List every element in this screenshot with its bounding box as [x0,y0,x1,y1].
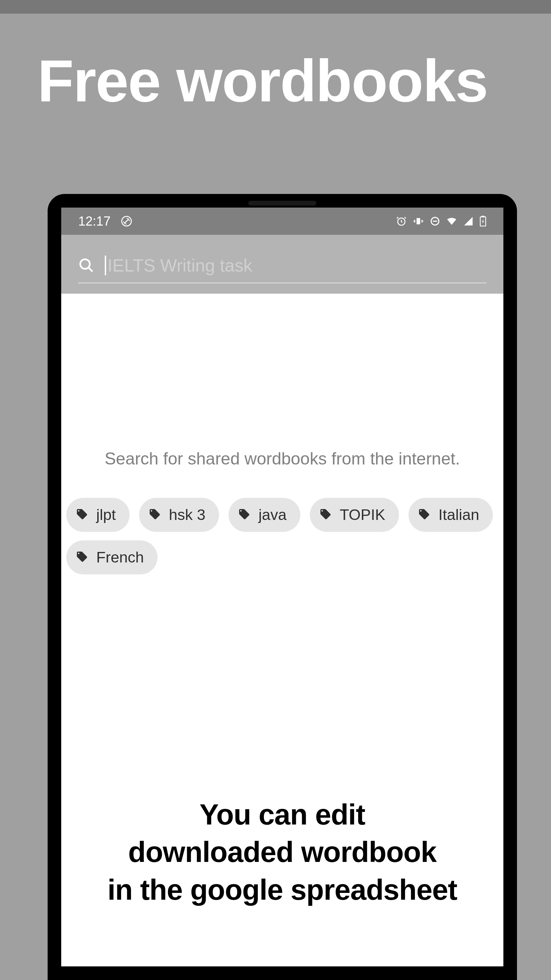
chip-hsk3[interactable]: hsk 3 [139,498,219,532]
tag-icon [76,550,88,564]
chip-italian[interactable]: Italian [408,498,493,532]
search-placeholder: IELTS Writing task [108,255,252,275]
chip-label: French [96,549,144,566]
chip-label: Italian [438,506,479,524]
chip-jlpt[interactable]: jlpt [66,498,130,532]
status-bar-right [396,216,486,227]
search-bar[interactable]: IELTS Writing task [78,255,486,283]
top-decoration-bar [0,0,551,14]
svg-point-6 [80,259,90,269]
promo-line-3: in the google spreadsheet [65,871,500,909]
chips-container: jlpt hsk 3 java [66,498,498,574]
tag-icon [418,508,430,522]
tag-icon [238,508,250,522]
status-bar: 12:17 [61,208,503,235]
status-bar-left: 12:17 [78,214,132,229]
alarm-icon [396,216,407,227]
content-subtitle: Search for shared wordbooks from the int… [66,447,498,471]
chip-topik[interactable]: TOPIK [310,498,399,532]
chip-java[interactable]: java [229,498,300,532]
promo-text: You can edit downloaded wordbook in the … [61,796,503,909]
phone-frame: 12:17 [48,194,517,980]
chip-label: jlpt [96,506,116,524]
tag-icon [76,508,88,522]
promo-line-2: downloaded wordbook [65,833,500,871]
phone-speaker [248,201,316,205]
content-area: Search for shared wordbooks from the int… [61,294,503,574]
chip-french[interactable]: French [66,540,157,574]
chip-label: java [259,506,287,524]
search-bar-container: IELTS Writing task [61,235,503,294]
tag-icon [319,508,332,522]
svg-rect-5 [482,216,484,217]
do-not-disturb-icon [430,216,440,226]
chip-label: hsk 3 [169,506,206,524]
search-input[interactable]: IELTS Writing task [105,255,486,275]
battery-charging-icon [480,216,486,227]
page-title: Free wordbooks [37,51,551,111]
status-time: 12:17 [78,214,111,229]
wifi-icon [446,216,457,227]
promo-line-1: You can edit [65,796,500,834]
sync-off-icon [121,215,132,227]
chip-label: TOPIK [340,506,385,524]
phone-screen: 12:17 [61,208,503,966]
svg-rect-2 [417,218,421,224]
vibrate-icon [413,216,424,227]
search-icon [78,257,95,274]
tag-icon [149,508,161,522]
signal-icon [463,216,473,226]
text-cursor [105,256,106,275]
